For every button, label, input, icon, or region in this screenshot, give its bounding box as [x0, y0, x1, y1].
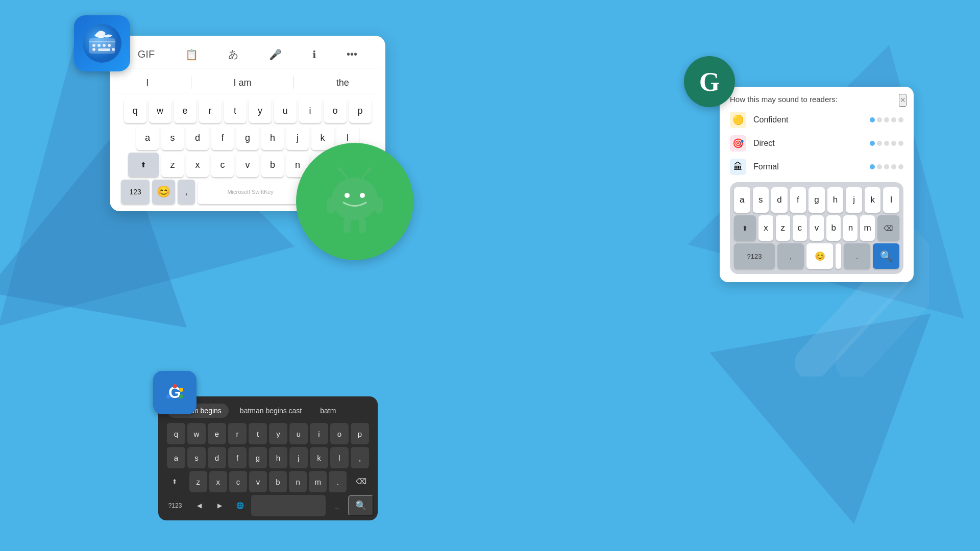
grammarly-close-button[interactable]: × — [899, 94, 906, 107]
gb-j[interactable]: j — [289, 447, 308, 468]
key-x[interactable]: x — [186, 153, 209, 177]
gb-shift[interactable]: ⬆ — [162, 471, 187, 492]
gb-k[interactable]: k — [310, 447, 328, 468]
gb-123[interactable]: ?123 — [162, 495, 188, 516]
gb-x[interactable]: x — [209, 471, 227, 492]
key-k[interactable]: k — [311, 126, 334, 150]
key-s[interactable]: s — [161, 126, 184, 150]
gb-r[interactable]: r — [228, 423, 247, 444]
gk-a[interactable]: a — [734, 187, 750, 213]
key-y[interactable]: y — [249, 98, 272, 123]
key-t[interactable]: t — [224, 98, 247, 123]
gb-right[interactable]: ▶ — [210, 495, 229, 516]
clipboard-icon[interactable]: 📋 — [180, 46, 203, 63]
gb-q[interactable]: q — [167, 423, 185, 444]
gb-space[interactable] — [251, 495, 326, 516]
key-shift[interactable]: ⬆ — [128, 153, 159, 177]
gb-y[interactable]: y — [269, 423, 287, 444]
gk-l[interactable]: l — [883, 187, 899, 213]
key-e[interactable]: e — [174, 98, 197, 123]
gb-o[interactable]: o — [330, 423, 349, 444]
gb-f[interactable]: f — [228, 447, 247, 468]
key-i[interactable]: i — [299, 98, 322, 123]
key-g[interactable]: g — [236, 126, 259, 150]
suggestion-1[interactable]: I — [146, 78, 149, 88]
key-emoji[interactable]: 😊 — [152, 180, 175, 204]
gb-u[interactable]: u — [289, 423, 308, 444]
gk-g[interactable]: g — [808, 187, 825, 213]
key-a[interactable]: a — [136, 126, 159, 150]
key-r[interactable]: r — [199, 98, 222, 123]
gb-h[interactable]: h — [269, 447, 287, 468]
key-h[interactable]: h — [261, 126, 284, 150]
gb-e[interactable]: e — [208, 423, 226, 444]
gk-s[interactable]: s — [753, 187, 769, 213]
gk-x[interactable]: x — [758, 215, 773, 241]
gb-comma[interactable]: , — [351, 447, 369, 468]
gk-space[interactable] — [836, 243, 841, 269]
key-d[interactable]: d — [186, 126, 209, 150]
mic-icon[interactable]: 🎤 — [264, 46, 287, 63]
gk-d[interactable]: d — [771, 187, 788, 213]
key-v[interactable]: v — [236, 153, 259, 177]
key-space[interactable]: Microsoft SwiftKey — [198, 180, 303, 204]
gb-m[interactable]: m — [309, 471, 327, 492]
gb-i[interactable]: i — [310, 423, 328, 444]
key-o[interactable]: o — [324, 98, 347, 123]
gk-v[interactable]: v — [810, 215, 824, 241]
key-u[interactable]: u — [274, 98, 297, 123]
gb-w[interactable]: w — [187, 423, 206, 444]
gk-123[interactable]: ?123 — [734, 243, 775, 269]
gb-underscore[interactable]: _ — [328, 495, 346, 516]
gk-period[interactable]: . — [844, 243, 870, 269]
key-comma[interactable]: , — [178, 180, 195, 204]
suggestion-2[interactable]: I am — [233, 78, 251, 88]
gb-search[interactable]: 🔍 — [348, 495, 374, 516]
gb-c[interactable]: c — [229, 471, 247, 492]
gb-globe[interactable]: 🌐 — [231, 495, 249, 516]
gk-j[interactable]: j — [846, 187, 862, 213]
gk-c[interactable]: c — [793, 215, 807, 241]
gboard-suggestion-3[interactable]: batm — [313, 404, 343, 418]
key-p[interactable]: p — [349, 98, 372, 123]
gk-k[interactable]: k — [865, 187, 881, 213]
key-j[interactable]: j — [286, 126, 309, 150]
gk-shift[interactable]: ⬆ — [734, 215, 756, 241]
gboard-suggestion-2[interactable]: batman begins cast — [233, 404, 309, 418]
suggestion-3[interactable]: the — [336, 78, 349, 88]
key-123[interactable]: 123 — [121, 180, 150, 204]
gk-emoji[interactable]: 😊 — [806, 243, 833, 269]
key-c[interactable]: c — [211, 153, 234, 177]
gb-v[interactable]: v — [249, 471, 267, 492]
gb-p[interactable]: p — [351, 423, 369, 444]
gb-t[interactable]: t — [249, 423, 267, 444]
gk-h[interactable]: h — [827, 187, 844, 213]
key-f[interactable]: f — [211, 126, 234, 150]
key-w[interactable]: w — [149, 98, 172, 123]
gk-b[interactable]: b — [826, 215, 841, 241]
gb-d[interactable]: d — [208, 447, 226, 468]
language-icon[interactable]: あ — [223, 45, 243, 64]
key-b[interactable]: b — [261, 153, 284, 177]
gk-m[interactable]: m — [860, 215, 874, 241]
info-icon[interactable]: ℹ — [307, 46, 322, 63]
gb-b[interactable]: b — [269, 471, 287, 492]
gk-z[interactable]: z — [776, 215, 790, 241]
gk-f[interactable]: f — [790, 187, 806, 213]
key-z[interactable]: z — [161, 153, 184, 177]
gk-search[interactable]: 🔍 — [873, 243, 899, 269]
gb-l[interactable]: l — [330, 447, 349, 468]
more-icon[interactable]: ••• — [341, 46, 362, 63]
gb-backspace[interactable]: ⌫ — [349, 471, 374, 492]
gk-n[interactable]: n — [843, 215, 857, 241]
gb-n[interactable]: n — [289, 471, 307, 492]
gk-comma[interactable]: , — [777, 243, 804, 269]
gb-a[interactable]: a — [167, 447, 185, 468]
gb-period[interactable]: . — [329, 471, 347, 492]
gk-backspace[interactable]: ⌫ — [877, 215, 899, 241]
gif-button[interactable]: GIF — [133, 46, 160, 63]
gb-left[interactable]: ◀ — [190, 495, 208, 516]
key-q[interactable]: q — [124, 98, 146, 123]
gb-z[interactable]: z — [189, 471, 207, 492]
gb-s[interactable]: s — [187, 447, 206, 468]
